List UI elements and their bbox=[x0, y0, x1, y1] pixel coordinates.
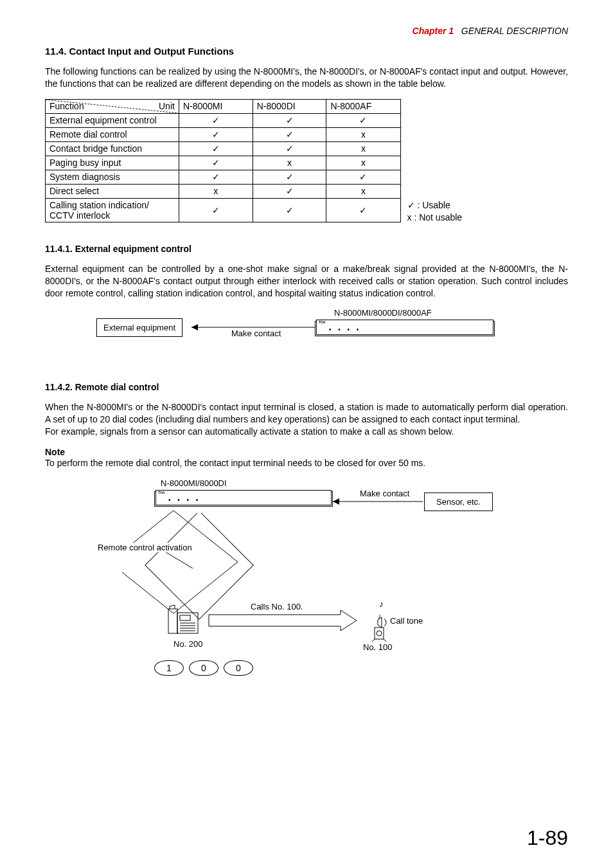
table-cell: ✓ bbox=[179, 141, 253, 156]
svg-text:♪: ♪ bbox=[379, 599, 384, 609]
no200-label: No. 200 bbox=[173, 639, 203, 649]
table-row: Contact bridge function ✓ ✓ x bbox=[46, 141, 401, 156]
subsection-2-text1: When the N-8000MI's or the N-8000DI's co… bbox=[45, 401, 568, 426]
table-row: Remote dial control ✓ ✓ x bbox=[46, 127, 401, 141]
section-title: 11.4. Contact Input and Output Functions bbox=[45, 46, 568, 57]
table-legend: ✓ : Usable x : Not usable bbox=[407, 199, 463, 222]
legend-usable: ✓ : Usable bbox=[407, 199, 463, 211]
table-row-name: Calling station indication/ CCTV interlo… bbox=[46, 198, 179, 222]
table-row-name: Direct select bbox=[46, 184, 179, 198]
table-cell: ✓ bbox=[253, 141, 326, 156]
unit-dots-icon: • • • • bbox=[168, 496, 200, 503]
make-contact-label: Make contact bbox=[231, 329, 281, 338]
svg-rect-21 bbox=[180, 615, 190, 620]
unit-dots-icon: • • • • bbox=[329, 326, 361, 333]
table-cell: x bbox=[326, 184, 400, 198]
table-cell: x bbox=[326, 156, 400, 170]
calls-no-label: Calls No. 100. bbox=[251, 602, 303, 611]
table-cell: ✓ bbox=[253, 127, 326, 141]
table-cell: ✓ bbox=[253, 198, 326, 222]
table-cell: ✓ bbox=[179, 170, 253, 184]
table-row: Direct select x ✓ x bbox=[46, 184, 401, 198]
table-row-name: System diagnosis bbox=[46, 170, 179, 184]
doc-header: Chapter 1 GENERAL DESCRIPTION bbox=[45, 26, 568, 36]
note-title: Note bbox=[45, 447, 568, 457]
toa-icon: TOA bbox=[319, 320, 325, 324]
table-cell: x bbox=[326, 127, 400, 141]
subsection-1-title: 11.4.1. External equipment control bbox=[45, 244, 568, 254]
ext-equipment-box: External equipment bbox=[96, 318, 182, 337]
subsection-2-text2: For example, signals from a sensor can a… bbox=[45, 426, 568, 438]
dial-key: 1 bbox=[154, 660, 184, 676]
svg-marker-4 bbox=[333, 498, 339, 505]
chapter-label: Chapter 1 bbox=[413, 26, 454, 36]
make-contact-label-2: Make contact bbox=[360, 489, 409, 498]
table-corner-unit: Unit bbox=[159, 101, 175, 111]
svg-point-29 bbox=[377, 631, 382, 636]
subsection-1-text: External equipment can be controlled by … bbox=[45, 263, 568, 300]
table-col-0: N-8000MI bbox=[179, 99, 253, 113]
svg-rect-26 bbox=[375, 628, 384, 639]
table-row: System diagnosis ✓ ✓ ✓ bbox=[46, 170, 401, 184]
svg-line-27 bbox=[372, 639, 375, 642]
svg-line-13 bbox=[341, 610, 357, 620]
svg-line-28 bbox=[384, 639, 386, 642]
call-tone-label: Call tone bbox=[390, 616, 423, 626]
table-cell: x bbox=[179, 184, 253, 198]
table-cell: ✓ bbox=[326, 113, 400, 127]
unit-label-1: N-8000MI/8000DI/8000AF bbox=[334, 308, 432, 318]
dial-key: 0 bbox=[224, 660, 253, 676]
remote-activation-label: Remote control activation bbox=[96, 543, 193, 552]
table-cell: ✓ bbox=[253, 170, 326, 184]
table-row-name: Contact bridge function bbox=[46, 141, 179, 156]
svg-rect-19 bbox=[168, 609, 177, 633]
legend-not-usable: x : Not usable bbox=[407, 212, 463, 223]
table-cell: ✓ bbox=[179, 127, 253, 141]
table-col-1: N-8000DI bbox=[253, 99, 326, 113]
table-row: External equipment control ✓ ✓ ✓ bbox=[46, 113, 401, 127]
table-row: Calling station indication/ CCTV interlo… bbox=[46, 198, 401, 222]
remote-dial-diagram: ♪ ♪ N-8000MI/8000DI TOA • • • • Make con… bbox=[122, 478, 568, 691]
table-row-name: External equipment control bbox=[46, 113, 179, 127]
table-col-2: N-8000AF bbox=[326, 99, 400, 113]
table-cell: ✓ bbox=[179, 156, 253, 170]
subsection-2-title: 11.4.2. Remote dial control bbox=[45, 382, 568, 392]
table-cell: ✓ bbox=[253, 113, 326, 127]
sensor-box: Sensor, etc. bbox=[424, 493, 493, 511]
dial-key: 0 bbox=[189, 660, 218, 676]
table-corner-function: Function bbox=[49, 101, 84, 111]
no100-label: No. 100 bbox=[363, 642, 393, 652]
phone-icon bbox=[167, 604, 202, 638]
section-intro: The following functions can be realized … bbox=[45, 66, 568, 90]
table-corner-cell: Function Unit bbox=[46, 99, 179, 113]
table-cell: ✓ bbox=[179, 198, 253, 222]
table-row-name: Paging busy input bbox=[46, 156, 179, 170]
unit-label-2: N-8000MI/8000DI bbox=[161, 478, 227, 488]
svg-marker-2 bbox=[191, 324, 198, 330]
dial-keys: 1 0 0 bbox=[154, 660, 256, 676]
table-cell: x bbox=[326, 141, 400, 156]
table-cell: ✓ bbox=[179, 113, 253, 127]
table-row-name: Remote dial control bbox=[46, 127, 179, 141]
table-cell: ✓ bbox=[253, 184, 326, 198]
note-text: To perform the remote dial control, the … bbox=[45, 457, 568, 469]
function-table: Function Unit N-8000MI N-8000DI N-8000AF… bbox=[45, 99, 401, 222]
table-cell: ✓ bbox=[326, 170, 400, 184]
toa-icon: TOA bbox=[158, 491, 164, 494]
page-number: 1-89 bbox=[527, 826, 568, 850]
table-row: Paging busy input ✓ x x bbox=[46, 156, 401, 170]
chapter-title: GENERAL DESCRIPTION bbox=[461, 26, 568, 36]
svg-line-14 bbox=[341, 620, 357, 631]
table-cell: x bbox=[253, 156, 326, 170]
ext-equipment-diagram: External equipment Make contact N-8000MI… bbox=[96, 308, 568, 347]
table-cell: ✓ bbox=[326, 198, 400, 222]
